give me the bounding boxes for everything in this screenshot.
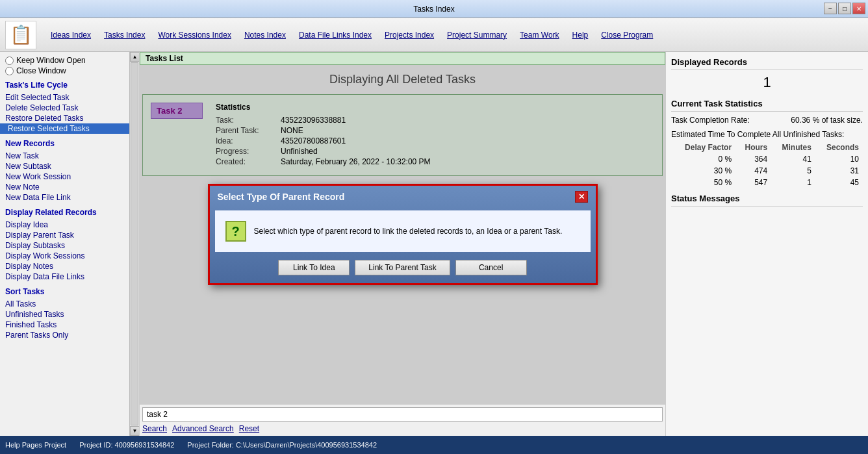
app-icon: 📋 [5,21,36,49]
modal-buttons: Link To Idea Link To Parent Task Cancel [210,255,596,283]
nav-ideas-index[interactable]: Ideas Index [44,28,97,42]
sidebar-new-data-file-link[interactable]: New Data File Link [5,192,124,203]
maximize-button[interactable]: □ [838,3,851,14]
sort-tasks-title: Sort Tasks [5,287,124,296]
sidebar-scrollbar[interactable]: ▲ ▼ [129,52,139,436]
nav-notes-index[interactable]: Notes Index [238,28,292,42]
nav-projects-index[interactable]: Projects Index [378,28,440,42]
modal-close-button[interactable]: ✕ [575,191,588,203]
completion-rate-row: Task Completion Rate: 60.36 % of task si… [671,116,863,125]
current-task-stats-section: Current Task Statistics Task Completion … [671,99,863,188]
minutes-50pct: 1 [771,177,815,188]
sidebar-restore-deleted-tasks[interactable]: Restore Deleted Tasks [5,113,124,123]
sidebar-display-work-sessions[interactable]: Display Work Sessions [5,251,124,261]
sidebar-unfinished-tasks[interactable]: Unfinished Tasks [5,309,124,320]
nav-close-program[interactable]: Close Program [594,28,659,42]
sidebar: Keep Window Open Close Window Task's Lif… [0,52,140,436]
sidebar-display-parent-task[interactable]: Display Parent Task [5,230,124,240]
tasks-life-cycle-section: Task's Life Cycle Edit Selected Task Del… [5,81,124,134]
col-seconds: Seconds [815,142,863,153]
sidebar-display-subtasks[interactable]: Display Subtasks [5,240,124,251]
reset-button[interactable]: Reset [239,424,259,433]
tasks-list-header: Tasks List [140,52,665,65]
current-task-stats-title: Current Task Statistics [671,99,863,112]
col-minutes: Minutes [771,142,815,153]
sidebar-new-subtask[interactable]: New Subtask [5,161,124,171]
hours-30pct: 474 [735,165,771,177]
sidebar-display-notes[interactable]: Display Notes [5,261,124,271]
sort-tasks-section: Sort Tasks All Tasks Unfinished Tasks Fi… [5,287,124,340]
col-hours: Hours [735,142,771,153]
completion-rate-value: 60.36 % of task size. [791,116,863,125]
status-project-folder: Project Folder: C:\Users\Darren\Projects… [187,441,377,449]
status-messages-title: Status Messages [671,194,863,207]
scroll-up-arrow[interactable]: ▲ [130,52,139,62]
search-button[interactable]: Search [142,424,167,433]
sidebar-delete-selected-task[interactable]: Delete Selected Task [5,103,124,113]
window-controls: − □ ✕ [824,3,865,14]
sidebar-new-task[interactable]: New Task [5,151,124,161]
search-bar: Search Advanced Search Reset [140,404,665,436]
nav-team-work[interactable]: Team Work [513,28,565,42]
minutes-0pct: 41 [771,153,815,165]
link-to-idea-button[interactable]: Link To Idea [278,260,350,275]
status-bar: Help Pages Project Project ID: 400956931… [0,436,868,454]
sidebar-display-data-file-links[interactable]: Display Data File Links [5,271,124,282]
nav-work-sessions-index[interactable]: Work Sessions Index [151,28,238,42]
sidebar-all-tasks[interactable]: All Tasks [5,299,124,309]
link-to-parent-task-button[interactable]: Link To Parent Task [355,260,450,275]
nav-project-summary[interactable]: Project Summary [440,28,513,42]
hours-0pct: 364 [735,153,771,165]
modal-dialog: Select Type Of Parent Record ✕ ? Select … [208,184,598,285]
main-layout: Keep Window Open Close Window Task's Lif… [0,52,868,436]
nav-data-file-links-index[interactable]: Data File Links Index [292,28,378,42]
sidebar-finished-tasks[interactable]: Finished Tasks [5,320,124,330]
displayed-records-value: 1 [671,74,863,91]
scroll-down-arrow[interactable]: ▼ [130,426,139,436]
tasks-life-cycle-title: Task's Life Cycle [5,81,124,90]
new-records-title: New Records [5,139,124,148]
display-related-records-title: Display Related Records [5,208,124,217]
sidebar-display-idea[interactable]: Display Idea [5,220,124,230]
sidebar-new-note[interactable]: New Note [5,182,124,192]
completion-rate-label: Task Completion Rate: [671,116,785,125]
content-inner: Displaying All Deleted Tasks Task 2 Stat… [140,65,665,404]
estimated-time-table: Delay Factor Hours Minutes Seconds 0 % 3… [671,142,863,188]
content-area: Tasks List Displaying All Deleted Tasks … [140,52,665,436]
close-window-radio[interactable]: Close Window [5,66,124,75]
status-help-text: Help Pages Project [5,441,66,449]
sidebar-new-work-session[interactable]: New Work Session [5,171,124,182]
stats-row-0pct: 0 % 364 41 10 [671,153,863,165]
nav-links: Ideas Index Tasks Index Work Sessions In… [44,28,659,42]
col-delay-factor: Delay Factor [671,142,735,153]
stats-table-header-row: Delay Factor Hours Minutes Seconds [671,142,863,153]
window-behavior-group: Keep Window Open Close Window [5,56,124,75]
delay-30pct: 30 % [671,165,735,177]
scroll-thumb[interactable] [131,62,138,425]
sidebar-restore-selected-tasks[interactable]: Restore Selected Tasks [0,123,129,134]
modal-overlay: Select Type Of Parent Record ✕ ? Select … [140,65,665,404]
seconds-50pct: 45 [815,177,863,188]
nav-tasks-index[interactable]: Tasks Index [97,28,151,42]
sidebar-parent-tasks-only[interactable]: Parent Tasks Only [5,330,124,340]
search-input[interactable] [142,407,663,422]
modal-message: Select which type of parent record to li… [254,225,563,237]
estimated-time-label: Estimated Time To Complete All Unfinishe… [671,130,863,139]
minimize-button[interactable]: − [824,3,837,14]
sidebar-edit-selected-task[interactable]: Edit Selected Task [5,92,124,103]
modal-body: ? Select which type of parent record to … [215,210,591,252]
nav-help[interactable]: Help [566,28,595,42]
display-related-records-section: Display Related Records Display Idea Dis… [5,208,124,282]
stats-row-30pct: 30 % 474 5 31 [671,165,863,177]
close-button[interactable]: ✕ [852,3,865,14]
close-window-label: Close Window [16,66,66,75]
advanced-search-button[interactable]: Advanced Search [172,424,234,433]
seconds-30pct: 31 [815,165,863,177]
status-messages-section: Status Messages [671,194,863,210]
hours-50pct: 547 [735,177,771,188]
modal-question-icon: ? [225,221,246,242]
modal-title-bar: Select Type Of Parent Record ✕ [210,186,596,208]
delay-50pct: 50 % [671,177,735,188]
cancel-button[interactable]: Cancel [455,260,527,275]
keep-window-open-radio[interactable]: Keep Window Open [5,56,124,65]
